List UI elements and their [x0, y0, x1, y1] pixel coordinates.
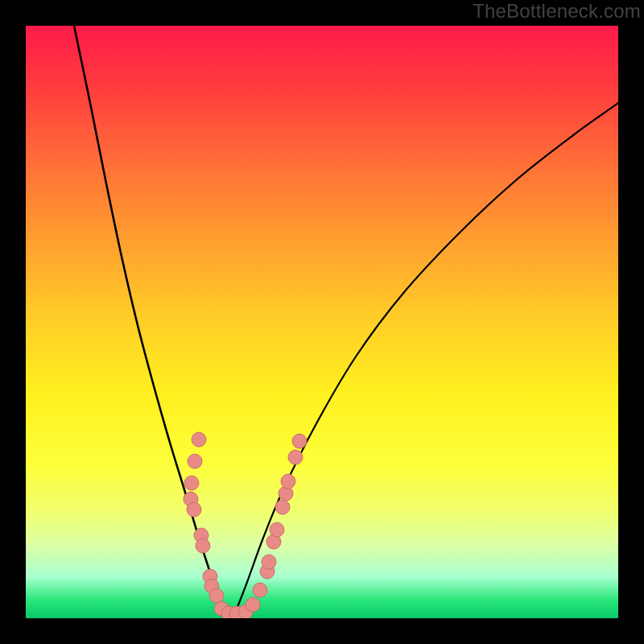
- curves-svg: [26, 26, 618, 618]
- dot-marker: [192, 432, 206, 447]
- curve-group: [74, 26, 618, 617]
- left-curve: [74, 26, 231, 617]
- dot-marker: [196, 539, 210, 553]
- dot-marker: [246, 597, 260, 612]
- dot-marker: [187, 502, 201, 517]
- dot-marker: [292, 434, 307, 448]
- highlight-dots: [184, 432, 307, 618]
- dot-marker: [281, 474, 295, 489]
- dot-marker: [262, 555, 276, 569]
- dot-marker: [253, 583, 267, 597]
- dot-marker: [209, 588, 224, 603]
- dot-marker: [184, 476, 199, 490]
- plot-area: [26, 26, 618, 618]
- dot-marker: [275, 500, 290, 514]
- chart-frame: TheBottleneck.com: [0, 0, 644, 644]
- dot-marker: [270, 522, 284, 537]
- right-curve: [231, 103, 618, 617]
- dot-marker: [288, 450, 303, 464]
- dot-marker: [188, 454, 202, 469]
- watermark-text: TheBottleneck.com: [473, 0, 641, 23]
